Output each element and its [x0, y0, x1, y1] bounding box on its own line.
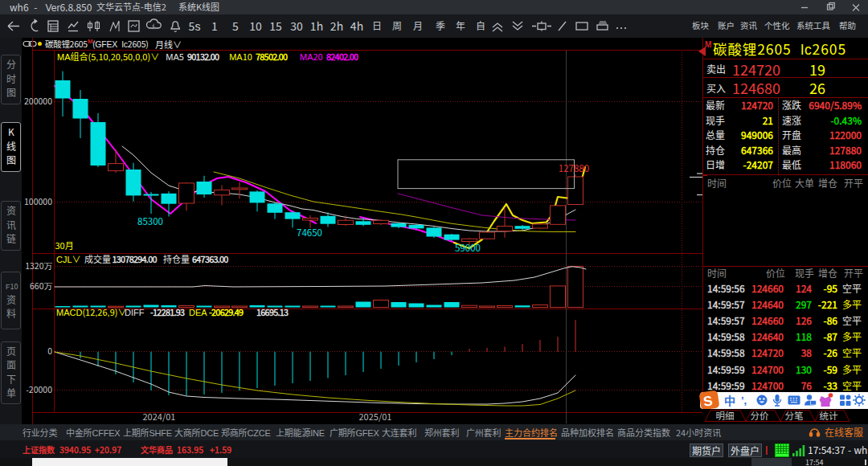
svg-text:MA20: MA20 — [300, 50, 323, 63]
svg-text:30月: 30月 — [55, 239, 74, 251]
svg-text:CJL∨: CJL∨ — [56, 252, 81, 265]
svg-text:-12281.93: -12281.93 — [150, 305, 185, 318]
svg-text:1320万: 1320万 — [25, 260, 52, 272]
svg-text:持仓量: 持仓量 — [163, 252, 190, 265]
svg-text:647363.00: 647363.00 — [192, 252, 228, 265]
svg-text:MA组合(5,10,20,50,0,0)∨: MA组合(5,10,20,50,0,0)∨ — [57, 50, 159, 63]
svg-text:DEA: DEA — [189, 305, 207, 318]
svg-text:-20629.49: -20629.49 — [209, 305, 244, 318]
svg-text:16695.13: 16695.13 — [256, 305, 289, 318]
svg-text:-20000: -20000 — [26, 383, 52, 395]
svg-text:13078294.00: 13078294.00 — [113, 252, 158, 265]
svg-text:MACD(12,26,9)∨: MACD(12,26,9)∨ — [56, 305, 126, 318]
svg-text:0: 0 — [47, 345, 52, 357]
svg-text:59000: 59000 — [455, 241, 481, 254]
svg-text:90132.00: 90132.00 — [187, 50, 219, 63]
svg-text:DIFF: DIFF — [125, 305, 145, 318]
svg-text:85300: 85300 — [137, 215, 163, 227]
svg-text:127880: 127880 — [559, 161, 589, 174]
svg-text:82402.00: 82402.00 — [326, 50, 358, 63]
svg-text:MA10: MA10 — [229, 50, 252, 63]
svg-text:2024/01: 2024/01 — [143, 410, 176, 423]
svg-text:200000: 200000 — [24, 95, 52, 107]
svg-text:MA5: MA5 — [166, 50, 184, 63]
svg-text:660万: 660万 — [30, 280, 52, 292]
svg-text:74650: 74650 — [297, 226, 322, 239]
svg-text:成交量: 成交量 — [84, 252, 111, 265]
svg-text:78502.00: 78502.00 — [256, 50, 288, 63]
svg-text:100000: 100000 — [24, 195, 52, 207]
svg-text:2025/01: 2025/01 — [359, 410, 392, 423]
